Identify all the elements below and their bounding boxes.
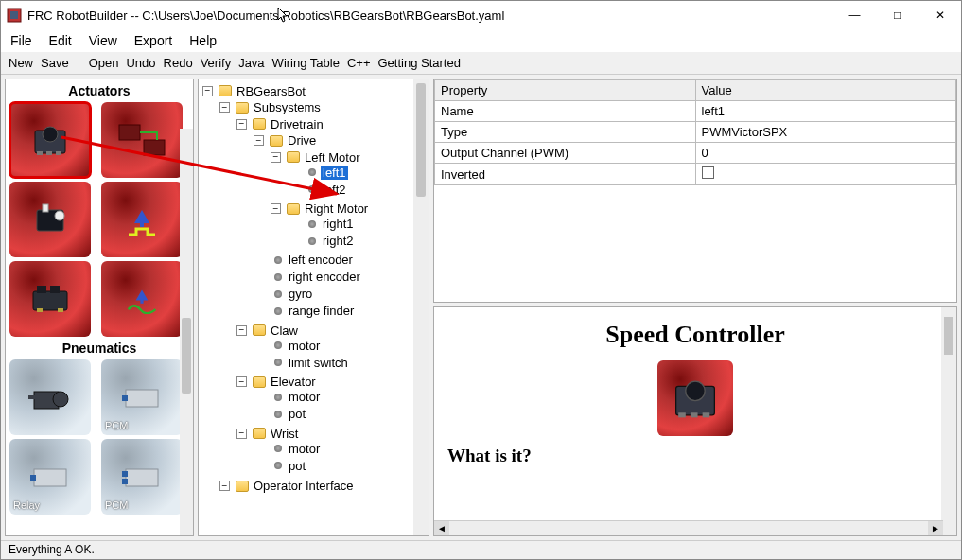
toolbar-verify[interactable]: Verify (201, 56, 232, 70)
menu-edit[interactable]: Edit (49, 33, 72, 48)
info-title: Speed Controller (442, 321, 949, 349)
leaf-icon (274, 445, 282, 452)
leaf-icon (308, 220, 316, 228)
palette-item-digital-output[interactable] (101, 182, 183, 257)
tree-wrist-pot[interactable]: pot (254, 459, 307, 473)
palette-item-relay-solenoid[interactable] (9, 261, 91, 337)
tree-left-encoder[interactable]: left encoder (254, 253, 355, 267)
folder-icon (253, 428, 266, 439)
folder-icon (236, 481, 249, 492)
palette-group-actuators: Actuators (8, 81, 191, 100)
palette-item-motor-group[interactable] (101, 102, 183, 178)
toolbar-save[interactable]: Save (41, 56, 69, 70)
menu-export[interactable]: Export (134, 33, 172, 48)
collapse-icon[interactable]: − (271, 152, 281, 163)
tree-left2[interactable]: left2 (288, 183, 348, 197)
minimize-button[interactable]: — (833, 1, 876, 29)
palette-item-compressor[interactable] (9, 359, 91, 435)
tree-scrollbar[interactable] (413, 79, 429, 535)
relay-solenoid-icon (26, 458, 74, 496)
prop-value-inverted[interactable] (695, 164, 956, 185)
scroll-left-icon[interactable]: ◄ (434, 521, 449, 535)
prop-value-type[interactable]: PWMVictorSPX (695, 122, 956, 143)
toolbar-java[interactable]: Java (238, 56, 264, 70)
tree-claw-limit[interactable]: limit switch (254, 356, 350, 370)
status-bar: Everything A OK. (1, 540, 961, 559)
palette-group-pneumatics: Pneumatics (8, 339, 191, 358)
app-icon (7, 8, 22, 23)
arrow-pulse-icon (123, 201, 161, 238)
relay-board-icon (29, 280, 71, 318)
toolbar-undo[interactable]: Undo (126, 56, 155, 70)
palette-caption-pcm2: PCM (105, 499, 128, 511)
checkbox-unchecked-icon[interactable] (702, 166, 714, 179)
arrow-sine-icon (121, 284, 163, 314)
prop-value-channel[interactable]: 0 (695, 143, 956, 164)
compressor-icon (26, 378, 74, 416)
tree-operator-interface[interactable]: − Operator Interface (219, 479, 356, 493)
collapse-icon[interactable]: − (236, 325, 247, 336)
tree-drivetrain[interactable]: − Drivetrain (236, 117, 325, 131)
palette-scrollbar[interactable] (180, 129, 193, 535)
tree-right1[interactable]: right1 (288, 217, 356, 231)
toolbar-getting-started[interactable]: Getting Started (377, 56, 460, 70)
palette-item-speed-controller[interactable] (9, 102, 91, 178)
svg-point-3 (43, 127, 58, 142)
tree-left1[interactable]: left1 (288, 166, 348, 180)
leaf-icon (308, 237, 316, 245)
collapse-icon[interactable]: − (202, 86, 213, 96)
tree-claw[interactable]: − Claw (236, 324, 300, 338)
collapse-icon[interactable]: − (219, 102, 230, 113)
tree-right2[interactable]: right2 (288, 234, 356, 248)
tree-range-finder[interactable]: range finder (254, 304, 356, 318)
tree-wrist[interactable]: − Wrist (236, 427, 300, 441)
menu-view[interactable]: View (89, 33, 117, 48)
tree-elev-pot[interactable]: pot (254, 407, 307, 421)
toolbar-open[interactable]: Open (89, 56, 119, 70)
close-button[interactable]: ✕ (918, 1, 961, 29)
palette-item-servo[interactable] (9, 182, 91, 257)
collapse-icon[interactable]: − (236, 119, 247, 130)
toolbar-new[interactable]: New (9, 56, 33, 70)
collapse-icon[interactable]: − (254, 135, 264, 146)
toolbar-wiring-table[interactable]: Wiring Table (272, 56, 340, 70)
info-vertical-scrollbar[interactable] (941, 307, 956, 535)
tree-root[interactable]: − RBGearsBot (202, 84, 307, 98)
collapse-icon[interactable]: − (219, 481, 230, 491)
prop-value-name[interactable]: left1 (695, 101, 956, 122)
toolbar-cpp[interactable]: C++ (347, 56, 371, 70)
scroll-right-icon[interactable]: ► (928, 521, 943, 535)
menu-help[interactable]: Help (189, 33, 217, 48)
collapse-icon[interactable]: − (236, 429, 247, 439)
svg-rect-4 (37, 151, 43, 155)
palette-item-pcm-double-solenoid[interactable]: PCM (101, 439, 183, 515)
palette-item-analog-output[interactable] (101, 261, 183, 337)
prop-header-property[interactable]: Property (435, 80, 696, 101)
palette-item-relay[interactable]: Relay (9, 439, 91, 515)
info-horizontal-scrollbar[interactable]: ◄ ► (434, 520, 943, 535)
tree-gyro[interactable]: gyro (254, 287, 314, 301)
menu-file[interactable]: File (10, 33, 32, 48)
folder-icon (270, 135, 283, 147)
tree-right-motor[interactable]: − Right Motor (271, 201, 370, 216)
toolbar-redo[interactable]: Redo (164, 56, 193, 70)
collapse-icon[interactable]: − (271, 203, 281, 214)
tree-left-motor[interactable]: − Left Motor (271, 150, 362, 165)
prop-header-value[interactable]: Value (695, 80, 956, 101)
tree-right-encoder[interactable]: right encoder (254, 270, 362, 284)
tree-claw-motor[interactable]: motor (254, 339, 322, 353)
svg-rect-27 (122, 471, 128, 477)
tree-subsystems[interactable]: − Subsystems (219, 100, 323, 114)
palette-item-pcm-solenoid[interactable]: PCM (101, 359, 183, 435)
svg-rect-26 (126, 469, 158, 486)
tree-drive[interactable]: − Drive (254, 133, 318, 148)
tree-elev-motor[interactable]: motor (254, 390, 322, 404)
status-text: Everything A OK. (9, 543, 95, 556)
tree-elevator[interactable]: − Elevator (236, 375, 318, 389)
prop-row-type: Type PWMVictorSPX (435, 122, 956, 143)
tree-wrist-motor[interactable]: motor (254, 442, 322, 456)
tree-panel: − RBGearsBot − Subsystems (198, 79, 429, 536)
svg-point-30 (686, 381, 705, 400)
maximize-button[interactable]: □ (876, 1, 918, 29)
collapse-icon[interactable]: − (236, 376, 247, 387)
